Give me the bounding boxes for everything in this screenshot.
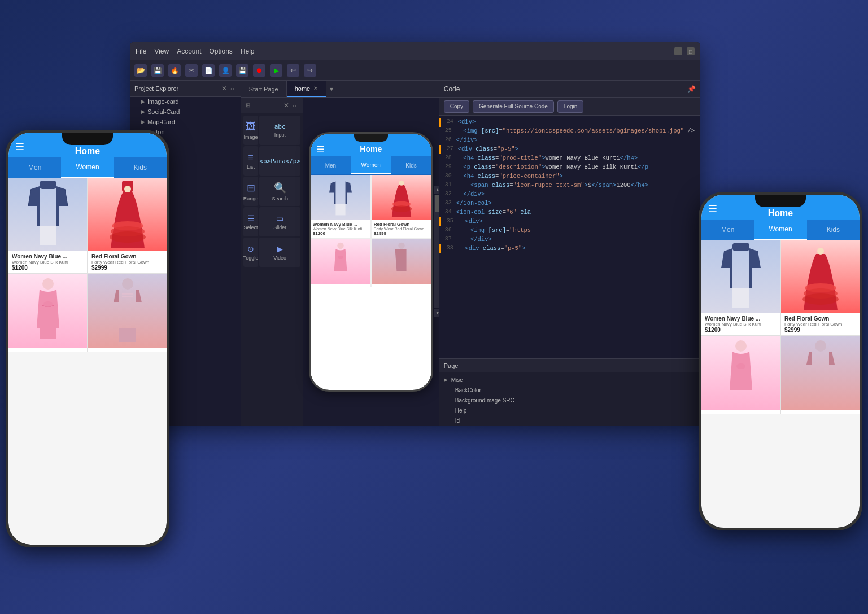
svg-point-10 bbox=[42, 278, 54, 290]
properties-panel-page-label: Page bbox=[444, 362, 459, 369]
explorer-image-card[interactable]: ▶ Image-card bbox=[130, 97, 241, 107]
toolbar-user[interactable]: 👤 bbox=[219, 64, 232, 77]
line-content-27: <div class="p-5"> bbox=[458, 146, 700, 154]
toolbar-redo[interactable]: ↪ bbox=[304, 64, 316, 77]
phone-center-product-4-img bbox=[372, 239, 431, 284]
phone-right-tab-kids[interactable]: Kids bbox=[807, 220, 860, 240]
widget-video[interactable]: ▶ Video bbox=[259, 238, 300, 267]
phone-right-products: Women Navy Blue ... Women Navy Blue Silk… bbox=[701, 240, 860, 414]
phone-center-container: ☰ Home Men Women bbox=[309, 132, 433, 392]
widget-select[interactable]: ☰ Select bbox=[243, 207, 259, 236]
widget-search-icon: 🔍 bbox=[274, 182, 286, 194]
widget-image-icon: 🖼 bbox=[246, 121, 256, 133]
code-panel: Code 📌 Copy Generate Full Source Code Lo… bbox=[439, 81, 700, 426]
generate-source-button[interactable]: Generate Full Source Code bbox=[473, 100, 554, 113]
svg-point-33 bbox=[398, 243, 404, 249]
phone-left-product-2-info: Red Floral Gown Party Wear Red Floral Go… bbox=[88, 251, 167, 273]
phone-right-tab-men[interactable]: Men bbox=[701, 220, 754, 240]
minimize-button[interactable]: — bbox=[674, 47, 682, 55]
tab-start-page[interactable]: Start Page bbox=[241, 81, 287, 97]
toolbar-save[interactable]: 💾 bbox=[151, 64, 164, 77]
widget-search[interactable]: 🔍 Search bbox=[259, 177, 300, 206]
phone-left-product-4-info bbox=[88, 348, 167, 352]
phone-left-product-2-desc: Party Wear Red Floral Gown bbox=[91, 260, 163, 265]
phone-left-tab-women[interactable]: Women bbox=[61, 157, 114, 178]
login-button[interactable]: Login bbox=[557, 100, 583, 113]
line-num-27: 27 bbox=[441, 146, 458, 154]
project-explorer-title: Project Explorer bbox=[134, 85, 178, 92]
phone-center-product-4 bbox=[372, 239, 431, 287]
widget-slider[interactable]: ▭ Slider bbox=[259, 207, 300, 236]
menu-view[interactable]: View bbox=[154, 47, 169, 55]
widget-panel-close[interactable]: ✕ ↔ bbox=[283, 102, 298, 109]
explorer-map-card[interactable]: ▶ Map-Card bbox=[130, 117, 241, 127]
ide-body: Project Explorer ✕ ↔ ▶ Image-card ▶ Soci… bbox=[130, 81, 700, 426]
svg-rect-18 bbox=[732, 243, 749, 251]
phone-center-notch bbox=[354, 134, 388, 142]
toolbar-cut[interactable]: ✂ bbox=[185, 64, 198, 77]
code-panel-pin: 📌 bbox=[687, 85, 696, 93]
prop-bgimage: BackgroundImage SRC bbox=[444, 395, 696, 405]
widget-toggle[interactable]: ⊙ Toggle bbox=[243, 238, 259, 267]
menu-options[interactable]: Options bbox=[210, 47, 233, 55]
toolbar-save2[interactable]: 💾 bbox=[236, 64, 248, 77]
copy-button[interactable]: Copy bbox=[444, 100, 469, 113]
maximize-button[interactable]: □ bbox=[687, 47, 695, 55]
phone-center-products: Women Navy Blue ... Women Navy Blue Silk… bbox=[311, 175, 431, 287]
menu-file[interactable]: File bbox=[136, 47, 146, 55]
phone-center-tab-men[interactable]: Men bbox=[311, 156, 351, 174]
scroll-up-arrow[interactable]: ▲ bbox=[434, 186, 439, 194]
line-num-26: 26 bbox=[439, 137, 456, 144]
project-explorer-header: Project Explorer ✕ ↔ bbox=[130, 81, 241, 97]
phone-center-product-3-info bbox=[311, 284, 370, 287]
phone-center-product-3-img bbox=[311, 239, 370, 284]
widget-range-icon: ⊟ bbox=[247, 182, 255, 194]
phone-center-product-3 bbox=[311, 239, 370, 287]
phone-left-product-2: Red Floral Gown Party Wear Red Floral Go… bbox=[88, 178, 167, 273]
widget-video-icon: ▶ bbox=[277, 244, 283, 253]
scroll-down-arrow[interactable]: ▼ bbox=[434, 309, 439, 317]
widget-slider-icon: ▭ bbox=[276, 214, 283, 223]
tabs-dropdown[interactable]: ▾ bbox=[326, 85, 337, 93]
line-content-34: <ion-col size="6" cla bbox=[456, 209, 700, 217]
tab-home[interactable]: home ✕ bbox=[287, 81, 327, 97]
phone-center-tab-kids[interactable]: Kids bbox=[391, 156, 431, 174]
widget-range[interactable]: ⊟ Range bbox=[243, 177, 259, 206]
toolbar-page[interactable]: 📄 bbox=[202, 64, 215, 77]
toolbar-open[interactable]: 📂 bbox=[134, 64, 147, 77]
project-explorer-close[interactable]: ✕ ↔ bbox=[221, 85, 235, 93]
tab-home-close[interactable]: ✕ bbox=[313, 85, 318, 91]
phone-center-tab-women[interactable]: Women bbox=[351, 156, 391, 174]
phone-right-tab-women[interactable]: Women bbox=[754, 220, 806, 240]
code-line-34: 34 <ion-col size="6" cla bbox=[439, 208, 700, 217]
toolbar-undo[interactable]: ↩ bbox=[287, 64, 299, 77]
phone-right-frame: ☰ Home Men Women Kids bbox=[699, 192, 862, 530]
widget-para[interactable]: <p>Para</p> bbox=[259, 146, 300, 176]
prop-misc-arrow: ▶ bbox=[444, 377, 448, 383]
center-area: Start Page home ✕ ▾ ⊞ ✕ ↔ bbox=[241, 81, 439, 426]
menu-account[interactable]: Account bbox=[177, 47, 201, 55]
toolbar-play[interactable]: ▶ bbox=[270, 64, 282, 77]
phone-left-product-4 bbox=[88, 274, 167, 352]
widget-video-label: Video bbox=[273, 255, 286, 261]
toolbar-record[interactable]: ⏺ bbox=[253, 64, 265, 77]
widget-list[interactable]: ≡ List bbox=[243, 146, 259, 176]
code-panel-title: Code bbox=[444, 85, 460, 93]
explorer-social-card[interactable]: ▶ Social-Card bbox=[130, 107, 241, 117]
phone-left-tab-kids[interactable]: Kids bbox=[114, 157, 167, 178]
phone-right-product-3-img bbox=[701, 336, 780, 410]
widget-para-icon: <p>Para</p> bbox=[259, 157, 300, 165]
phone-left-product-3 bbox=[8, 274, 87, 352]
toolbar-fire[interactable]: 🔥 bbox=[168, 64, 181, 77]
prop-misc-name: Misc bbox=[451, 377, 463, 383]
menu-help[interactable]: Help bbox=[241, 47, 255, 55]
ide-window: File View Account Options Help — □ 📂 💾 🔥… bbox=[130, 42, 700, 426]
widget-image[interactable]: 🖼 Image bbox=[243, 116, 259, 145]
ide-toolbar: 📂 💾 🔥 ✂ 📄 👤 💾 ⏺ ▶ ↩ ↪ bbox=[130, 60, 700, 81]
phone-left-tab-men[interactable]: Men bbox=[8, 157, 61, 178]
explorer-arrow-3: ▶ bbox=[141, 119, 145, 125]
svg-point-23 bbox=[802, 293, 839, 305]
widget-input[interactable]: abc Input bbox=[259, 116, 300, 145]
menu-bar: File View Account Options Help bbox=[136, 47, 255, 55]
line-content-24: <div> bbox=[458, 119, 700, 126]
